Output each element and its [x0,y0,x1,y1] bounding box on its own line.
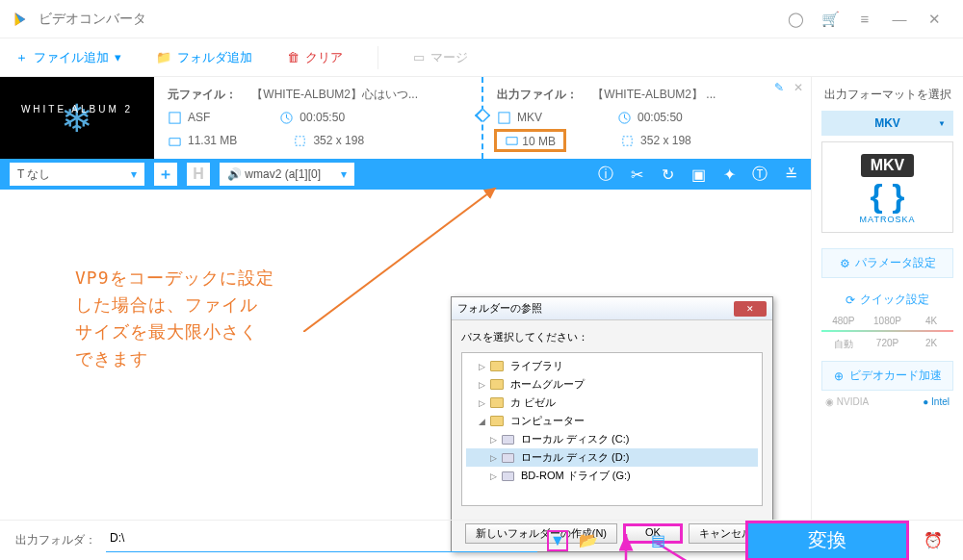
source-file-label: 元ファイル： 【WHITE-ALBUM2】心はいつ... [168,83,468,106]
parameter-settings-button[interactable]: ⚙パラメータ設定 [821,248,953,278]
output-folder-dropdown[interactable]: ▼ [547,530,568,551]
adjust-icon[interactable]: ≚ [780,164,801,185]
source-format: ASF 00:05:50 [168,106,468,129]
audio-select[interactable]: 🔊 wmav2 (a[1][0]▾ [220,163,354,186]
dialog-close-button[interactable]: ✕ [734,301,767,317]
gpu-vendors: ◉ NVIDIA● Intel [821,396,953,407]
schedule-icon[interactable]: ⏰ [919,531,948,549]
minimize-icon[interactable]: — [882,2,917,37]
quality-scale-bottom: 自動720P2K [821,338,953,351]
add-subtitle-button[interactable]: ＋ [154,163,177,186]
rotate-icon[interactable]: ↻ [657,164,678,185]
folder-tree[interactable]: ▷ライブラリ▷ホームグループ▷カ ビゼル◢コンピューター▷ローカル ディスク (… [461,352,763,506]
output-file-label: 出力ファイル： 【WHITE-ALBUM2】 ... [497,83,797,106]
effect-icon[interactable]: ✦ [718,164,740,185]
tree-node[interactable]: ▷ローカル ディスク (C:) [466,430,758,448]
cart-icon[interactable]: 🛒 [813,2,847,37]
add-folder-button[interactable]: 📁 フォルダ追加 [156,49,252,66]
tree-node[interactable]: ▷BD-ROM ドライブ (G:) [466,467,758,485]
output-folder-input[interactable]: D:\ [106,529,537,552]
cut-icon[interactable]: ✂ [626,164,647,185]
app-logo-icon [12,11,29,28]
quality-scale-top: 480P1080P4K [821,316,953,326]
video-thumbnail[interactable]: ❄ WHITE ALBUM 2 [0,77,154,159]
matroska-icon: { } [830,177,945,215]
watermark-icon[interactable]: Ⓣ [749,164,770,185]
dialog-title: フォルダーの参照 [457,301,734,316]
tree-node[interactable]: ▷カ ビゼル [466,394,758,412]
tree-node[interactable]: ▷ライブラリ [466,357,758,375]
open-output-icon[interactable]: ▤ [647,531,668,549]
menu-icon[interactable]: ≡ [847,2,882,37]
output-format: MKV 00:05:50 [497,106,797,129]
quality-slider[interactable] [821,330,953,332]
dialog-prompt: パスを選択してください： [461,330,763,344]
edit-icon[interactable]: ✎ [774,81,784,94]
annotation-text: VP9をコーデックに設定 した場合は、ファイル サイズを最大限小さく できます [75,265,274,372]
folder-browse-dialog: フォルダーの参照✕ パスを選択してください： ▷ライブラリ▷ホームグループ▷カ … [451,296,773,552]
add-file-button[interactable]: ＋ ファイル追加 ▾ [15,49,121,66]
svg-rect-2 [296,136,304,144]
source-size: 11.31 MB 352 x 198 [168,129,468,152]
remove-item-icon[interactable]: ✕ [794,81,803,94]
tree-node[interactable]: ▷ホームグループ [466,375,758,394]
svg-rect-3 [499,112,509,122]
open-folder-icon[interactable]: 📂 [578,531,599,549]
format-preview[interactable]: MKV { } MATROSKA [821,141,953,233]
subtitle-select[interactable]: T なし▾ [10,163,144,186]
quick-settings-label: ⟳クイック設定 [821,292,953,308]
account-icon[interactable]: ◯ [778,2,813,37]
hardsub-button[interactable]: H [187,163,210,186]
tree-node[interactable]: ◢コンピューター [466,412,758,430]
output-size: 10 MB 352 x 198 [497,129,797,152]
crop-icon[interactable]: ▣ [688,164,709,185]
close-icon[interactable]: ✕ [917,2,951,37]
tree-node[interactable]: ▷ローカル ディスク (D:) [466,448,758,467]
format-dropdown[interactable]: MKV▼ [821,111,953,136]
svg-rect-0 [169,112,180,122]
svg-rect-5 [623,136,632,144]
info-icon[interactable]: ⓘ [595,164,616,185]
output-folder-label: 出力フォルダ： [15,532,96,548]
gpu-accel-button[interactable]: ⊕ビデオカード加速 [821,361,953,391]
convert-button[interactable]: 変換 [745,521,909,561]
clear-button[interactable]: 🗑 クリア [287,49,343,66]
app-title: ビデオコンバータ [39,11,778,28]
output-format-heading: 出力フォーマットを選択 [821,87,953,103]
merge-button: ▭ マージ [413,49,468,66]
